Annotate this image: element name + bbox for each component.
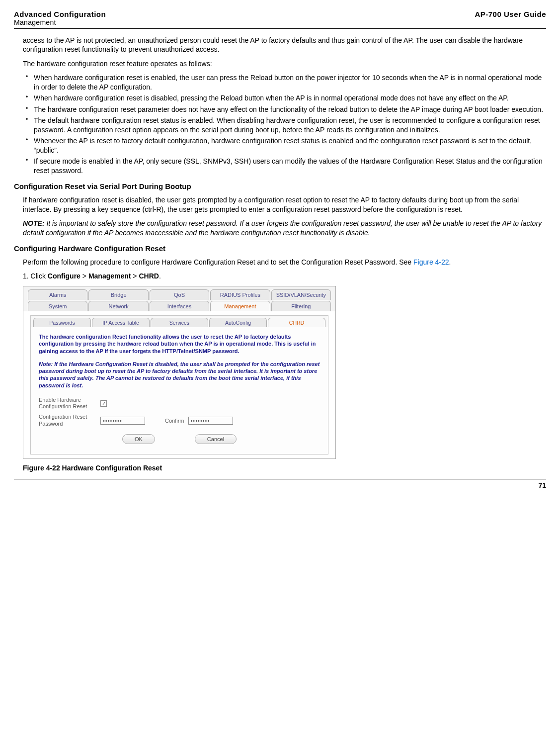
- password-row: Configuration Reset Password •••••••• Co…: [39, 414, 320, 427]
- intro-paragraph-1: access to the AP is not protected, an un…: [23, 36, 543, 54]
- bullet-item: The hardware configuration reset paramet…: [23, 105, 543, 114]
- bullet-item: The default hardware configuration reset…: [23, 116, 543, 134]
- step-list: 1. Click Configure > Management > CHRD.: [23, 272, 543, 280]
- tab-interfaces[interactable]: Interfaces: [150, 301, 209, 311]
- tab-ipaccess[interactable]: IP Access Table: [92, 318, 150, 327]
- confirm-label: Confirm: [165, 418, 184, 424]
- inner-panel-area: Passwords IP Access Table Services AutoC…: [30, 315, 328, 455]
- step-separator: >: [80, 272, 88, 280]
- password-label: Configuration Reset Password: [39, 414, 98, 427]
- enable-row: Enable Hardware Configuration Reset ✓: [39, 397, 320, 410]
- section-title-config: Configuring Hardware Configuration Reset: [14, 244, 543, 253]
- header-left: Advanced Configuration Management: [14, 10, 106, 26]
- enable-label: Enable Hardware Configuration Reset: [39, 397, 98, 410]
- header-title: Advanced Configuration: [14, 10, 106, 18]
- section1-paragraph: If hardware configuration reset is disab…: [23, 195, 543, 214]
- chrd-panel: The hardware configuration Reset functio…: [31, 327, 328, 454]
- step-item: 1. Click Configure > Management > CHRD.: [23, 272, 543, 280]
- page-number: 71: [538, 481, 546, 489]
- page-header: Advanced Configuration Management AP-700…: [14, 10, 546, 29]
- bullet-item: If secure mode is enabled in the AP, onl…: [23, 157, 543, 175]
- top-tab-row: Alarms Bridge QoS RADIUS Profiles SSID/V…: [23, 286, 335, 300]
- bullet-item: Whenever the AP is reset to factory defa…: [23, 136, 543, 155]
- tab-services[interactable]: Services: [151, 318, 208, 327]
- body-content: access to the AP is not protected, an un…: [14, 36, 546, 472]
- intro-paragraph-2: The hardware configuration reset feature…: [23, 59, 543, 68]
- tab-passwords[interactable]: Passwords: [33, 318, 91, 327]
- embedded-screenshot: Alarms Bridge QoS RADIUS Profiles SSID/V…: [23, 286, 336, 459]
- page-footer: 71: [14, 479, 546, 489]
- tab-system[interactable]: System: [28, 301, 87, 311]
- tab-qos[interactable]: QoS: [150, 289, 209, 300]
- step-text-post: .: [159, 272, 161, 280]
- note-text: It is important to safely store the conf…: [23, 219, 542, 236]
- inner-tab-row: Passwords IP Access Table Services AutoC…: [31, 316, 328, 327]
- bullet-item: When hardware configuration reset is ena…: [23, 73, 543, 91]
- note-block: NOTE: It is important to safely store th…: [23, 219, 543, 237]
- section2-text-post: .: [449, 258, 451, 266]
- section2-text-pre: Perform the following procedure to confi…: [23, 258, 413, 266]
- tab-ssid[interactable]: SSID/VLAN/Security: [271, 289, 331, 300]
- tab-alarms[interactable]: Alarms: [28, 289, 87, 300]
- section-title-serial: Configuration Reset via Serial Port Duri…: [14, 182, 543, 190]
- step-separator: >: [131, 272, 139, 280]
- sub-tab-row: System Network Interfaces Management Fil…: [23, 300, 335, 311]
- tab-management[interactable]: Management: [210, 301, 270, 311]
- tab-chrd[interactable]: CHRD: [268, 318, 325, 327]
- panel-note: Note: If the Hardware Configuration Rese…: [39, 361, 320, 389]
- tab-autoconfig[interactable]: AutoConfig: [209, 318, 267, 327]
- password-input[interactable]: ••••••••: [100, 417, 145, 425]
- header-subtitle: Management: [14, 18, 106, 26]
- cancel-button[interactable]: Cancel: [195, 434, 237, 444]
- bullet-list: When hardware configuration reset is ena…: [23, 73, 543, 175]
- figure-link[interactable]: Figure 4-22: [413, 258, 449, 266]
- figure-caption: Figure 4-22 Hardware Configuration Reset: [23, 464, 543, 472]
- note-label: NOTE:: [23, 219, 45, 227]
- header-guide: AP-700 User Guide: [475, 10, 546, 18]
- tab-bridge[interactable]: Bridge: [88, 289, 148, 300]
- step-bold-chrd: CHRD: [139, 272, 159, 280]
- ok-button[interactable]: OK: [122, 434, 155, 444]
- enable-checkbox[interactable]: ✓: [100, 400, 107, 407]
- tab-filtering[interactable]: Filtering: [271, 301, 331, 311]
- panel-description: The hardware configuration Reset functio…: [39, 333, 320, 355]
- step-text-pre: 1. Click: [23, 272, 48, 280]
- bullet-item: When hardware configuration reset is dis…: [23, 93, 543, 102]
- button-row: OK Cancel: [39, 434, 320, 446]
- step-bold-configure: Configure: [48, 272, 80, 280]
- tab-network[interactable]: Network: [88, 301, 148, 311]
- section2-paragraph: Perform the following procedure to confi…: [23, 258, 543, 267]
- confirm-input[interactable]: ••••••••: [188, 417, 233, 425]
- tab-radius[interactable]: RADIUS Profiles: [210, 289, 270, 300]
- step-bold-management: Management: [88, 272, 131, 280]
